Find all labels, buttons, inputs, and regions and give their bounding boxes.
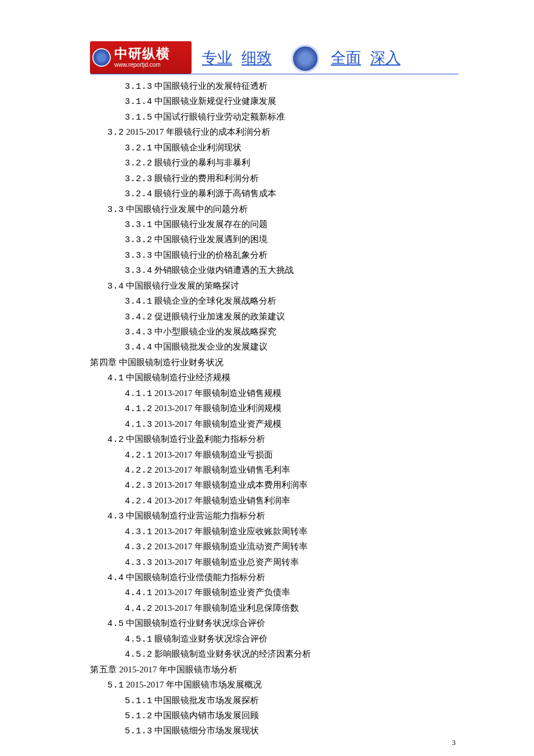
toc-entry: 4.3.2 2013-2017 年眼镜制造业流动资产周转率	[90, 539, 459, 555]
toc-entry: 3.1.5 中国试行眼镜行业劳动定额新标准	[90, 110, 459, 125]
toc-title: 眼镜企业的全球化发展战略分析	[153, 296, 277, 305]
toc-title: 2013-2017 年眼镜制造业应收账款周转率	[153, 527, 308, 536]
toc-title: 眼镜制造业财务状况综合评价	[153, 634, 268, 643]
toc-title: 中国眼镜批发企业的发展建议	[153, 342, 268, 351]
toc-entry: 4.3 中国眼镜制造行业营运能力指标分析	[90, 509, 459, 524]
toc-entry: 5.1.3 中国眼镜细分市场发展现状	[90, 723, 459, 739]
toc-number: 4.2.1	[125, 451, 153, 460]
toc-number: 5.1.1	[125, 696, 153, 706]
toc-number: 4.3.3	[125, 558, 153, 568]
toc-title: 2013-2017 年眼镜制造业资产规模	[153, 419, 282, 429]
seal-icon	[291, 45, 319, 73]
toc-number: 3.2	[107, 128, 124, 138]
toc-number: 4.3	[107, 512, 124, 521]
toc-title: 中国眼镜行业发展的策略探讨	[124, 281, 240, 290]
toc-title: 2013-2017 年眼镜制造业销售规模	[153, 388, 282, 398]
toc-entry: 3.4.2 促进眼镜行业加速发展的政策建议	[90, 309, 459, 325]
toc-title: 中国眼镜企业利润现状	[153, 143, 242, 152]
toc-title: 2013-2017 年眼镜制造业利润规模	[153, 404, 282, 413]
toc-title: 2015-2017 年眼镜行业的成本利润分析	[124, 127, 271, 136]
toc-entry: 4.2.4 2013-2017 年眼镜制造业销售利润率	[90, 494, 459, 509]
toc-number: 第五章	[90, 665, 117, 675]
toc-number: 5.1	[107, 681, 124, 690]
toc-entry: 4.1 中国眼镜制造行业经济规模	[90, 370, 459, 386]
toc-title: 2013-2017 年眼镜制造业流动资产周转率	[153, 542, 308, 551]
toc-title: 中国眼镜制造行业财务状况综合评价	[124, 618, 266, 628]
toc-number: 4.1	[107, 373, 124, 383]
toc-number: 3.2.3	[125, 174, 153, 184]
toc-title: 2013-2017 年眼镜制造业销售利润率	[153, 496, 291, 505]
toc-entry: 4.5 中国眼镜制造行业财务状况综合评价	[90, 616, 459, 631]
toc-number: 第四章	[90, 358, 117, 368]
toc-number: 3.1.4	[125, 97, 153, 107]
toc-entry: 4.1.1 2013-2017 年眼镜制造业销售规模	[90, 386, 459, 401]
toc-number: 3.1.5	[125, 113, 153, 123]
toc-entry: 3.2.2 眼镜行业的暴利与非暴利	[90, 156, 459, 171]
toc-entry: 第四章 中国眼镜制造行业财务状况	[90, 355, 459, 370]
toc-entry: 3.4.4 中国眼镜批发企业的发展建议	[90, 340, 459, 355]
toc-number: 3.2.1	[125, 143, 153, 153]
toc-entry: 3.3 中国眼镜行业发展中的问题分析	[90, 202, 459, 217]
toc-title: 2013-2017 年眼镜制造业总资产周转率	[153, 557, 300, 567]
toc-entry: 4.1.2 2013-2017 年眼镜制造业利润规模	[90, 401, 459, 416]
toc-entry: 3.4.3 中小型眼镜企业的发展战略探究	[90, 325, 459, 340]
toc-title: 2015-2017 年中国眼镜市场分析	[117, 665, 238, 674]
toc-title: 中国眼镜细分市场发展现状	[153, 726, 259, 735]
toc-title: 中国眼镜制造行业盈利能力指标分析	[124, 434, 266, 444]
toc-title: 外销眼镜企业做内销遭遇的五大挑战	[153, 265, 294, 275]
toc-number: 4.3.2	[125, 542, 153, 552]
toc-entry: 4.2.3 2013-2017 年眼镜制造业成本费用利润率	[90, 478, 459, 493]
logo-text: 中研纵横 www.reportjd.com	[114, 47, 170, 68]
toc-title: 中国眼镜制造行业营运能力指标分析	[124, 511, 266, 520]
toc-title: 2013-2017 年眼镜制造业利息保障倍数	[153, 603, 300, 613]
toc-title: 2013-2017 年眼镜制造业成本费用利润率	[153, 480, 308, 489]
toc-title: 2013-2017 年眼镜制造业资产负债率	[153, 588, 291, 597]
toc-entry: 3.2.4 眼镜行业的暴利源于高销售成本	[90, 186, 459, 201]
toc-title: 眼镜行业的暴利源于高销售成本	[153, 189, 277, 198]
page-number: 3	[452, 738, 456, 747]
toc-number: 4.5.1	[125, 635, 153, 645]
toc-title: 中国眼镜批发市场发展探析	[153, 696, 259, 705]
toc-number: 3.1.3	[125, 82, 153, 92]
toc-title: 中国眼镜行业的价格乱象分析	[153, 250, 268, 260]
toc-entry: 3.1.3 中国眼镜行业的发展特征透析	[90, 79, 459, 94]
toc-number: 4.1.3	[125, 420, 153, 430]
toc-number: 4.3.1	[125, 527, 153, 537]
table-of-contents: 3.1.3 中国眼镜行业的发展特征透析3.1.4 中国眼镜业新规促行业健康发展3…	[90, 79, 459, 739]
toc-entry: 3.2 2015-2017 年眼镜行业的成本利润分析	[90, 125, 459, 140]
toc-entry: 4.3.1 2013-2017 年眼镜制造业应收账款周转率	[90, 524, 459, 539]
toc-title: 中国眼镜行业发展遇到的困境	[153, 235, 268, 244]
toc-entry: 4.4.1 2013-2017 年眼镜制造业资产负债率	[90, 585, 459, 600]
logo-company-name: 中研纵横	[114, 47, 170, 60]
toc-entry: 5.1 2015-2017 年中国眼镜市场发展概况	[90, 678, 459, 693]
toc-number: 3.4.4	[125, 343, 153, 352]
toc-title: 2015-2017 年中国眼镜市场发展概况	[124, 680, 262, 689]
toc-number: 4.2	[107, 435, 124, 445]
tagline-word: 全面	[331, 48, 361, 68]
toc-number: 4.4.2	[125, 604, 153, 614]
toc-title: 中国眼镜行业发展中的问题分析	[124, 204, 248, 214]
toc-number: 3.4.1	[125, 297, 153, 307]
toc-entry: 4.2.2 2013-2017 年眼镜制造业销售毛利率	[90, 463, 459, 478]
toc-entry: 第五章 2015-2017 年中国眼镜市场分析	[90, 663, 459, 678]
toc-number: 3.2.4	[125, 189, 153, 199]
toc-title: 中国眼镜行业的发展特征透析	[153, 81, 268, 91]
toc-number: 4.1.1	[125, 389, 153, 399]
logo: 中研纵横 www.reportjd.com	[90, 41, 192, 74]
toc-title: 眼镜行业的暴利与非暴利	[153, 158, 251, 167]
toc-entry: 3.3.3 中国眼镜行业的价格乱象分析	[90, 248, 459, 263]
toc-number: 3.3.2	[125, 235, 153, 245]
toc-title: 2013-2017 年眼镜制造业销售毛利率	[153, 465, 291, 474]
toc-title: 2013-2017 年眼镜制造业亏损面	[153, 450, 273, 459]
tagline-word: 深入	[370, 48, 400, 68]
toc-number: 3.3	[107, 205, 124, 215]
toc-entry: 4.2 中国眼镜制造行业盈利能力指标分析	[90, 432, 459, 447]
toc-number: 4.2.3	[125, 481, 153, 491]
toc-number: 4.4	[107, 573, 124, 583]
toc-number: 4.2.4	[125, 496, 153, 506]
toc-number: 5.1.3	[125, 726, 153, 736]
toc-number: 3.3.1	[125, 220, 153, 230]
toc-number: 4.2.2	[125, 466, 153, 476]
toc-entry: 3.1.4 中国眼镜业新规促行业健康发展	[90, 94, 459, 109]
toc-number: 4.5.2	[125, 650, 153, 660]
